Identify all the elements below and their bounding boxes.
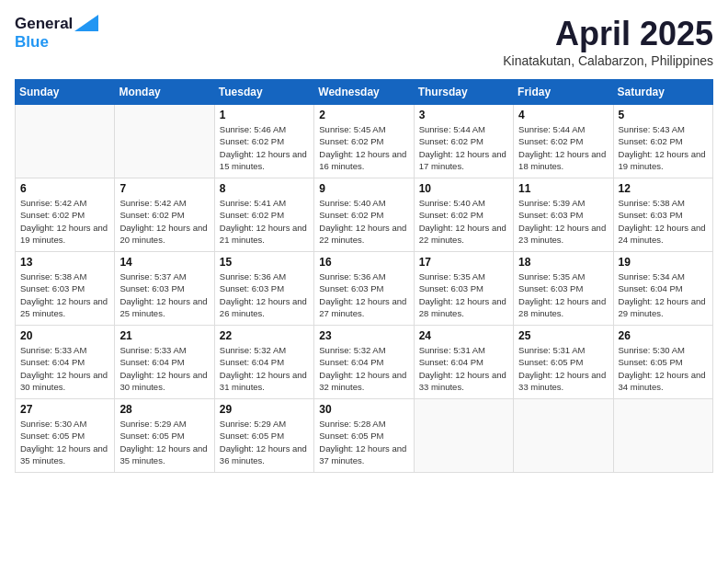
- day-number: 14: [119, 256, 209, 269]
- day-info: Sunrise: 5:30 AMSunset: 6:05 PMDaylight:…: [20, 418, 109, 466]
- day-info: Sunrise: 5:42 AMSunset: 6:02 PMDaylight:…: [20, 197, 109, 246]
- calendar-cell: 29Sunrise: 5:29 AMSunset: 6:05 PMDayligh…: [214, 399, 313, 473]
- calendar-cell: 11Sunrise: 5:39 AMSunset: 6:03 PMDayligh…: [514, 178, 613, 252]
- title-area: April 2025 Kinatakutan, Calabarzon, Phil…: [503, 15, 713, 68]
- calendar-cell: 7Sunrise: 5:42 AMSunset: 6:02 PMDaylight…: [115, 178, 214, 252]
- day-number: 26: [619, 329, 708, 342]
- day-number: 29: [220, 403, 309, 416]
- month-title: April 2025: [503, 15, 713, 53]
- day-info: Sunrise: 5:35 AMSunset: 6:03 PMDaylight:…: [518, 270, 608, 319]
- day-info: Sunrise: 5:33 AMSunset: 6:04 PMDaylight:…: [119, 344, 209, 393]
- day-info: Sunrise: 5:40 AMSunset: 6:02 PMDaylight:…: [319, 197, 408, 246]
- calendar-cell: 28Sunrise: 5:29 AMSunset: 6:05 PMDayligh…: [115, 399, 214, 473]
- day-info: Sunrise: 5:44 AMSunset: 6:02 PMDaylight:…: [419, 123, 508, 172]
- calendar-week-row: 27Sunrise: 5:30 AMSunset: 6:05 PMDayligh…: [16, 399, 713, 473]
- header-monday: Monday: [115, 80, 214, 105]
- calendar-cell: 2Sunrise: 5:45 AMSunset: 6:02 PMDaylight…: [314, 105, 414, 178]
- day-number: 28: [119, 403, 209, 416]
- day-number: 24: [419, 329, 508, 342]
- page-header: General Blue April 2025 Kinatakutan, Cal…: [15, 15, 713, 68]
- weekday-header-row: Sunday Monday Tuesday Wednesday Thursday…: [16, 80, 713, 105]
- day-number: 10: [419, 182, 508, 195]
- calendar-cell: 20Sunrise: 5:33 AMSunset: 6:04 PMDayligh…: [16, 326, 115, 399]
- calendar-cell: 1Sunrise: 5:46 AMSunset: 6:02 PMDaylight…: [214, 105, 313, 178]
- calendar-cell: 22Sunrise: 5:32 AMSunset: 6:04 PMDayligh…: [214, 326, 313, 399]
- day-number: 22: [220, 329, 309, 342]
- calendar-cell: 13Sunrise: 5:38 AMSunset: 6:03 PMDayligh…: [16, 252, 115, 326]
- calendar-week-row: 6Sunrise: 5:42 AMSunset: 6:02 PMDaylight…: [16, 178, 713, 252]
- calendar-week-row: 1Sunrise: 5:46 AMSunset: 6:02 PMDaylight…: [16, 105, 713, 178]
- calendar-cell: [613, 399, 712, 473]
- calendar-cell: 9Sunrise: 5:40 AMSunset: 6:02 PMDaylight…: [314, 178, 414, 252]
- day-number: 21: [119, 329, 209, 342]
- day-info: Sunrise: 5:29 AMSunset: 6:05 PMDaylight:…: [220, 418, 309, 466]
- svg-marker-0: [74, 15, 98, 31]
- header-saturday: Saturday: [613, 80, 712, 105]
- day-info: Sunrise: 5:32 AMSunset: 6:04 PMDaylight:…: [220, 344, 309, 393]
- day-number: 16: [319, 256, 408, 269]
- day-number: 25: [518, 329, 608, 342]
- day-info: Sunrise: 5:37 AMSunset: 6:03 PMDaylight:…: [119, 270, 209, 319]
- day-number: 6: [20, 182, 109, 195]
- calendar-cell: 18Sunrise: 5:35 AMSunset: 6:03 PMDayligh…: [514, 252, 613, 326]
- calendar-cell: 25Sunrise: 5:31 AMSunset: 6:05 PMDayligh…: [514, 326, 613, 399]
- day-number: 2: [319, 109, 408, 121]
- calendar-cell: 12Sunrise: 5:38 AMSunset: 6:03 PMDayligh…: [613, 178, 712, 252]
- logo-general-text: General: [15, 15, 73, 33]
- calendar-cell: 21Sunrise: 5:33 AMSunset: 6:04 PMDayligh…: [115, 326, 214, 399]
- day-number: 1: [220, 109, 309, 121]
- day-info: Sunrise: 5:44 AMSunset: 6:02 PMDaylight:…: [518, 123, 608, 172]
- logo-icon: [74, 15, 98, 31]
- calendar-cell: 10Sunrise: 5:40 AMSunset: 6:02 PMDayligh…: [414, 178, 513, 252]
- day-number: 20: [20, 329, 109, 342]
- day-number: 18: [518, 256, 608, 269]
- day-number: 17: [419, 256, 508, 269]
- day-info: Sunrise: 5:45 AMSunset: 6:02 PMDaylight:…: [319, 123, 408, 172]
- calendar-cell: 14Sunrise: 5:37 AMSunset: 6:03 PMDayligh…: [115, 252, 214, 326]
- day-info: Sunrise: 5:33 AMSunset: 6:04 PMDaylight:…: [20, 344, 109, 393]
- day-info: Sunrise: 5:41 AMSunset: 6:02 PMDaylight:…: [220, 197, 309, 246]
- day-info: Sunrise: 5:38 AMSunset: 6:03 PMDaylight:…: [20, 270, 109, 319]
- day-number: 30: [319, 403, 408, 416]
- day-number: 5: [619, 109, 708, 121]
- day-info: Sunrise: 5:36 AMSunset: 6:03 PMDaylight:…: [220, 270, 309, 319]
- calendar-cell: 27Sunrise: 5:30 AMSunset: 6:05 PMDayligh…: [16, 399, 115, 473]
- calendar-cell: [414, 399, 513, 473]
- logo: General Blue: [15, 15, 98, 52]
- logo-blue-text: Blue: [15, 33, 49, 51]
- day-info: Sunrise: 5:42 AMSunset: 6:02 PMDaylight:…: [119, 197, 209, 246]
- calendar-cell: 16Sunrise: 5:36 AMSunset: 6:03 PMDayligh…: [314, 252, 414, 326]
- day-info: Sunrise: 5:39 AMSunset: 6:03 PMDaylight:…: [518, 197, 608, 246]
- calendar-cell: 24Sunrise: 5:31 AMSunset: 6:04 PMDayligh…: [414, 326, 513, 399]
- calendar-cell: 17Sunrise: 5:35 AMSunset: 6:03 PMDayligh…: [414, 252, 513, 326]
- day-number: 4: [518, 109, 608, 121]
- day-number: 12: [619, 182, 708, 195]
- calendar-cell: 19Sunrise: 5:34 AMSunset: 6:04 PMDayligh…: [613, 252, 712, 326]
- day-info: Sunrise: 5:30 AMSunset: 6:05 PMDaylight:…: [619, 344, 708, 393]
- day-number: 15: [220, 256, 309, 269]
- day-info: Sunrise: 5:46 AMSunset: 6:02 PMDaylight:…: [220, 123, 309, 172]
- day-number: 7: [119, 182, 209, 195]
- header-thursday: Thursday: [414, 80, 513, 105]
- calendar-cell: 26Sunrise: 5:30 AMSunset: 6:05 PMDayligh…: [613, 326, 712, 399]
- calendar-week-row: 20Sunrise: 5:33 AMSunset: 6:04 PMDayligh…: [16, 326, 713, 399]
- day-info: Sunrise: 5:36 AMSunset: 6:03 PMDaylight:…: [319, 270, 408, 319]
- header-sunday: Sunday: [16, 80, 115, 105]
- day-info: Sunrise: 5:38 AMSunset: 6:03 PMDaylight:…: [619, 197, 708, 246]
- day-info: Sunrise: 5:29 AMSunset: 6:05 PMDaylight:…: [119, 418, 209, 466]
- day-info: Sunrise: 5:31 AMSunset: 6:04 PMDaylight:…: [419, 344, 508, 393]
- header-tuesday: Tuesday: [214, 80, 313, 105]
- day-number: 3: [419, 109, 508, 121]
- calendar-cell: [16, 105, 115, 178]
- header-friday: Friday: [514, 80, 613, 105]
- day-info: Sunrise: 5:31 AMSunset: 6:05 PMDaylight:…: [518, 344, 608, 393]
- day-info: Sunrise: 5:32 AMSunset: 6:04 PMDaylight:…: [319, 344, 408, 393]
- calendar-cell: 3Sunrise: 5:44 AMSunset: 6:02 PMDaylight…: [414, 105, 513, 178]
- day-info: Sunrise: 5:35 AMSunset: 6:03 PMDaylight:…: [419, 270, 508, 319]
- day-info: Sunrise: 5:28 AMSunset: 6:05 PMDaylight:…: [319, 418, 408, 466]
- calendar-cell: 15Sunrise: 5:36 AMSunset: 6:03 PMDayligh…: [214, 252, 313, 326]
- calendar-cell: 30Sunrise: 5:28 AMSunset: 6:05 PMDayligh…: [314, 399, 414, 473]
- calendar-week-row: 13Sunrise: 5:38 AMSunset: 6:03 PMDayligh…: [16, 252, 713, 326]
- calendar-cell: 6Sunrise: 5:42 AMSunset: 6:02 PMDaylight…: [16, 178, 115, 252]
- day-info: Sunrise: 5:43 AMSunset: 6:02 PMDaylight:…: [619, 123, 708, 172]
